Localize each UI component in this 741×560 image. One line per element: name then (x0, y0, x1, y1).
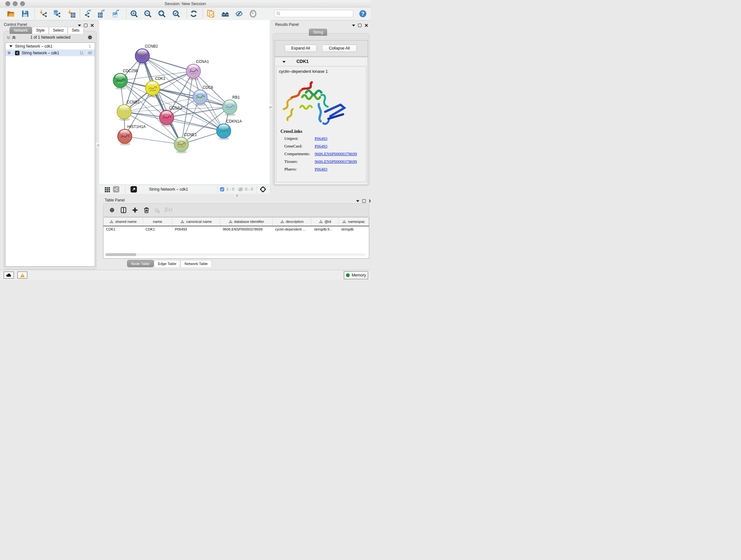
zoom-out-icon[interactable] (144, 10, 152, 18)
export-table-icon[interactable] (97, 10, 106, 18)
table-panel-title: Table Panel (105, 198, 125, 202)
network-node-ccna1[interactable]: CCNA1 (186, 59, 209, 80)
zoom-in-icon[interactable] (130, 10, 138, 18)
network-node-rb1[interactable]: RB1 (223, 95, 240, 116)
table-cell[interactable]: stringdb (339, 226, 369, 233)
node-label: CDK1 (155, 76, 165, 81)
collection-expander-icon[interactable] (9, 45, 12, 47)
tab-network[interactable]: Network (10, 27, 32, 34)
import-network-icon[interactable] (39, 10, 47, 18)
tab-string[interactable]: String (309, 29, 327, 36)
delete-table-icon (154, 208, 160, 213)
hide-unhide-icon[interactable] (235, 10, 243, 18)
network-node-hist1h1a[interactable]: HIST1H1A (118, 125, 146, 145)
left-splitter[interactable] (97, 20, 99, 270)
network-node-cdkn1a[interactable]: CDKN1A (217, 119, 242, 140)
column-type-icon (228, 220, 232, 224)
protein-structure-image (281, 77, 348, 132)
cloud-button[interactable] (3, 271, 14, 279)
detach-view-icon[interactable] (131, 186, 137, 192)
crosslink-value[interactable]: P06493 (315, 136, 327, 141)
string-home-icon[interactable] (221, 10, 229, 18)
results-panel-float-icon[interactable] (358, 23, 361, 27)
column-header-name[interactable]: name (143, 217, 172, 226)
network-node-cdc25b[interactable]: CDC25B (113, 69, 138, 90)
crosslink-value[interactable]: 9606.ENSP00000378699 (315, 159, 357, 164)
column-header--id[interactable]: @id (312, 217, 339, 226)
table-cell[interactable]: cyclin-dependent ... (273, 226, 312, 233)
create-column-icon[interactable] (132, 207, 138, 213)
hidden-eye-icon[interactable] (238, 186, 244, 192)
tab-edge-table[interactable]: Edge Table (154, 260, 180, 267)
show-columns-icon[interactable] (120, 207, 127, 213)
import-database-icon[interactable] (53, 10, 61, 18)
delete-column-icon[interactable] (143, 207, 150, 213)
column-header-namespac[interactable]: namespac (339, 217, 369, 226)
table-panel-float-icon[interactable] (362, 199, 366, 203)
search-field[interactable] (274, 10, 353, 17)
table-cell[interactable]: 9606.ENSP00000378699 (220, 226, 273, 233)
tab-node-table[interactable]: Node Table (127, 260, 154, 267)
zoom-fit-icon[interactable] (158, 10, 166, 18)
column-header-description[interactable]: description (273, 217, 312, 226)
table-cell[interactable]: stringdb:9... (312, 226, 339, 233)
network-node-ccnb2[interactable]: CCNB2 (135, 44, 158, 65)
control-panel-float-icon[interactable] (84, 23, 87, 27)
tab-network-table[interactable]: Network Table (180, 260, 212, 267)
expand-all-button[interactable]: Expand All (285, 45, 317, 52)
node-card-collapse-icon[interactable] (282, 61, 286, 63)
table-h-scrollbar[interactable] (104, 253, 366, 256)
table-panel-menu-icon[interactable] (356, 200, 359, 202)
open-session-icon[interactable] (7, 10, 15, 18)
birds-eye-crosshair-icon[interactable] (259, 186, 266, 193)
import-table-icon[interactable] (67, 10, 76, 18)
table-cell[interactable]: P06493 (172, 226, 220, 233)
network-view-title: String Network – cdk1 (149, 187, 188, 192)
search-icon (276, 11, 280, 16)
table-options-gear-icon[interactable] (109, 207, 115, 213)
tab-style[interactable]: Style (32, 27, 49, 34)
collapse-all-chevron-icon[interactable] (6, 36, 10, 40)
show-graphics-icon[interactable] (249, 10, 257, 18)
string-view-icon[interactable] (113, 186, 119, 192)
network-canvas[interactable]: CCNB2CCNA1CDC25BCDK1CDC6RB1CCNB1CCNA2CDK… (99, 20, 270, 185)
table-cell[interactable]: CDK1 (143, 226, 172, 233)
table-row[interactable]: CDK1CDK1P064939606.ENSP00000378699cyclin… (104, 226, 369, 233)
warning-button[interactable] (17, 271, 27, 279)
memory-button[interactable]: Memory (344, 271, 368, 279)
main-toolbar: ? (0, 7, 370, 20)
table-h-scrollbar-thumb[interactable] (106, 253, 136, 256)
current-network-dot-icon (8, 51, 10, 54)
export-image-icon[interactable] (112, 10, 120, 18)
network-collection-row[interactable]: String Network – cdk1 1 (5, 43, 95, 50)
tab-sets[interactable]: Sets (68, 27, 84, 34)
control-panel-close-icon[interactable] (90, 23, 94, 27)
save-session-icon[interactable] (21, 10, 29, 18)
tab-select[interactable]: Select (49, 27, 68, 34)
control-panel-menu-icon[interactable] (78, 24, 81, 26)
column-type-icon (180, 220, 185, 224)
column-header-canonical-name[interactable]: canonical name (172, 217, 220, 226)
expand-all-chevron-icon[interactable] (12, 36, 16, 40)
selected-checkbox-icon[interactable] (220, 187, 224, 192)
refresh-icon[interactable] (190, 10, 198, 18)
table-cell[interactable]: CDK1 (104, 226, 143, 233)
search-input[interactable] (280, 11, 349, 16)
crosslink-value[interactable]: P06493 (315, 144, 327, 149)
network-row-selected[interactable]: String Network – cdk1 11 48 (5, 50, 95, 56)
crosslink-value[interactable]: 9606.ENSP00000378699 (315, 151, 357, 157)
column-header-shared-name[interactable]: shared name (104, 217, 143, 226)
share-document-icon[interactable] (207, 10, 215, 18)
results-panel-close-icon[interactable] (364, 23, 368, 27)
column-header-database-identifier[interactable]: database identifier (220, 217, 273, 226)
results-panel-menu-icon[interactable] (352, 24, 355, 26)
crosslink-value[interactable]: P06493 (315, 167, 327, 172)
help-icon[interactable]: ? (359, 10, 367, 17)
network-options-gear-icon[interactable] (87, 35, 93, 40)
network-node-ccnb1[interactable]: CCNB1 (117, 100, 140, 121)
table-panel-close-icon[interactable] (368, 199, 370, 203)
export-network-icon[interactable] (84, 10, 92, 18)
view-grid-icon[interactable] (104, 186, 111, 192)
collapse-all-button[interactable]: Collapse All (322, 45, 357, 52)
zoom-selected-icon[interactable] (172, 10, 180, 18)
